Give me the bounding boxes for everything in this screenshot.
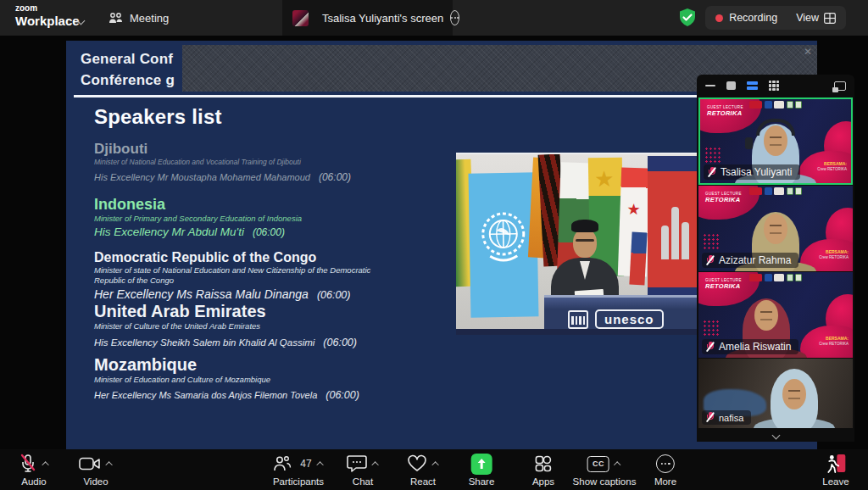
leave-door-icon xyxy=(826,454,846,474)
react-button[interactable]: React xyxy=(407,454,439,487)
speaker-entry-indonesia: Indonesia Minister of Primary and Second… xyxy=(94,196,450,238)
speech-duration: (06:00) xyxy=(326,389,359,401)
zoom-meeting-window: zoom Workplace Meeting Tsalisa Yuliyanti… xyxy=(0,0,868,490)
audio-options-chevron[interactable] xyxy=(42,461,48,468)
heart-icon xyxy=(407,454,427,473)
chat-options-chevron[interactable] xyxy=(371,461,378,468)
speakers-list-heading: Speakers list xyxy=(94,105,222,129)
flag xyxy=(629,232,647,286)
speaker-glasses xyxy=(576,239,594,242)
chat-button[interactable]: Chat xyxy=(347,454,379,487)
speaker-line: Her Excellency Ms Samaria dos Anjos File… xyxy=(94,389,450,401)
participants-panel: GUEST LECTURE RETORIKA BERSAMA: Crew RET… xyxy=(697,75,854,442)
country-name: Mozambique xyxy=(94,355,450,375)
video-button[interactable]: Video xyxy=(79,454,113,487)
speech-duration: (06:00) xyxy=(323,337,357,348)
presenter-avatar xyxy=(292,10,309,26)
country-name: United Arab Emirates xyxy=(94,302,450,321)
video-tile-tsalisa[interactable]: GUEST LECTURE RETORIKA BERSAMA: Crew RET… xyxy=(698,97,853,185)
country-name: Djibouti xyxy=(94,141,450,158)
event-logos xyxy=(749,101,802,109)
slide-close-icon[interactable]: ✕ xyxy=(804,46,812,58)
participant-name-label: Amelia Riswatin xyxy=(702,339,798,354)
flag xyxy=(648,156,699,305)
view-label: View xyxy=(796,12,819,24)
video-tile-amelia[interactable]: GUEST LECTURE RETORIKA BERSAMA: Crew RET… xyxy=(698,272,853,358)
share-button[interactable]: Share xyxy=(469,454,495,487)
collapse-panel-button[interactable] xyxy=(698,428,853,442)
participants-options-chevron[interactable] xyxy=(316,461,323,468)
apps-button[interactable]: Apps xyxy=(532,454,554,487)
tab-meeting[interactable]: Meeting xyxy=(108,0,169,36)
speaker-line: His Excellency Sheikh Salem bin Khalid A… xyxy=(94,337,450,348)
overlay-title: RETORIKA xyxy=(705,282,742,290)
tab-shared-screen[interactable]: Tsalisa Yuliyanti's screen xyxy=(282,0,453,36)
slide-title-line2: Conférence g xyxy=(81,70,175,92)
unesco-wordmark: unesco xyxy=(595,309,664,329)
minister-role: Minister of Primary and Secondary Educat… xyxy=(94,214,450,224)
minimize-icon[interactable] xyxy=(705,85,715,86)
video-tile-nafisa[interactable]: nafisa xyxy=(698,359,853,428)
event-logos xyxy=(749,187,802,195)
overlay-title: RETORIKA xyxy=(705,196,742,203)
minister-role-line2: Republic of the Congo xyxy=(94,276,450,286)
stop-video-view-icon[interactable] xyxy=(726,81,736,90)
view-grid-icon xyxy=(824,13,836,24)
audio-button[interactable]: Audio xyxy=(19,454,49,487)
view-button[interactable]: View xyxy=(796,12,836,24)
top-bar: zoom Workplace Meeting Tsalisa Yuliyanti… xyxy=(0,0,868,36)
muted-mic-icon xyxy=(706,255,715,266)
workspace-chevron-down-icon[interactable] xyxy=(78,12,86,19)
camera-icon xyxy=(79,456,101,471)
country-name: Indonesia xyxy=(94,196,450,214)
speaker-entry-drc: Democratic Republic of the Congo Ministe… xyxy=(94,250,450,301)
minister-role: Minister of National Education and Vocat… xyxy=(94,158,450,167)
event-logos xyxy=(749,274,802,281)
speaker-line: His Excellency Mr Moustapha Mohamed Maha… xyxy=(94,171,450,183)
video-options-chevron[interactable] xyxy=(105,461,112,468)
slide-title-line1: General Conf xyxy=(81,49,175,70)
speaker-entry-mozambique: Mozambique Minister of Education and Cul… xyxy=(94,355,450,401)
country-name: Democratic Republic of the Congo xyxy=(94,250,450,265)
meeting-toolbar: Audio Video 47 xyxy=(0,449,868,490)
recording-dot-icon xyxy=(715,14,723,22)
participant-name-label: Azizatur Rahma xyxy=(702,253,798,268)
meeting-tab-label: Meeting xyxy=(130,12,169,25)
gallery-view-icon[interactable] xyxy=(769,81,779,91)
overlay-footer: BERSAMA: xyxy=(817,161,847,167)
captions-options-chevron[interactable] xyxy=(614,461,620,468)
recording-view-pill: Recording View xyxy=(705,6,846,30)
speech-duration: (06:00) xyxy=(319,171,351,183)
unesco-temple-logo-icon xyxy=(568,310,588,329)
video-tile-azizatur[interactable]: GUEST LECTURE RETORIKA BERSAMA: Crew RET… xyxy=(698,186,853,271)
participant-count: 47 xyxy=(300,458,311,470)
recording-indicator[interactable]: Recording xyxy=(715,12,777,24)
logo-line1: zoom xyxy=(15,4,80,13)
headphones xyxy=(756,119,795,136)
conference-video-inset: ★ ★ unesco xyxy=(456,153,699,335)
react-options-chevron[interactable] xyxy=(431,461,438,468)
participants-button[interactable]: 47 Participants xyxy=(273,454,324,487)
speaker-line: Her Excellency Ms Raissa Malu Dinanga(06… xyxy=(94,287,450,301)
tab-options-icon[interactable] xyxy=(450,10,459,25)
show-captions-button[interactable]: CC Show captions xyxy=(573,454,637,487)
speech-duration: (06:00) xyxy=(317,289,351,301)
minister-role: Minister of Education and Culture of Moz… xyxy=(94,375,450,385)
popout-layout-icon[interactable] xyxy=(834,81,846,91)
more-button[interactable]: More xyxy=(654,454,676,487)
participant-avatar xyxy=(752,369,837,428)
participants-icon xyxy=(273,454,292,473)
speaker-entry-uae: United Arab Emirates Minister of Culture… xyxy=(94,302,450,348)
zoom-workplace-logo: zoom Workplace xyxy=(15,4,80,27)
un-emblem-icon xyxy=(477,204,529,271)
share-screen-icon xyxy=(471,454,492,475)
speaker-view-icon[interactable] xyxy=(747,81,758,90)
slide-title: General Conf Conférence g xyxy=(81,49,175,91)
panel-header xyxy=(697,75,854,97)
security-shield-icon[interactable] xyxy=(678,8,697,28)
chat-bubble-icon xyxy=(347,454,367,473)
leave-button[interactable]: Leave xyxy=(822,454,849,487)
muted-mic-icon xyxy=(708,167,716,178)
speaker-peci-cap xyxy=(571,220,598,232)
minister-role: Minister of Culture of the United Arab E… xyxy=(94,321,450,331)
